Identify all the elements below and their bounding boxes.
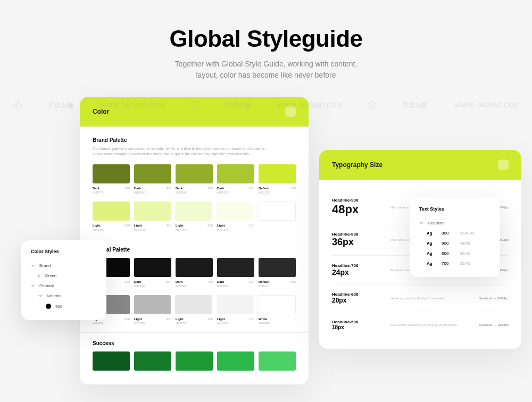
text-style-row[interactable]: Ag90048/58	[419, 238, 491, 248]
text-styles-popup: Text Styles Headline Ag90070/AutoAg90048…	[410, 198, 500, 277]
hero: Global Styleguide Together with Global S…	[0, 0, 532, 97]
popup-title: Color Styles	[31, 249, 97, 254]
card-header: Color	[80, 97, 309, 127]
color-swatch[interactable]	[93, 164, 130, 183]
popup-title: Text Styles	[419, 206, 491, 212]
color-swatch[interactable]	[134, 351, 171, 371]
caret-icon	[38, 295, 43, 297]
tree-item[interactable]: Green	[31, 271, 97, 281]
tree-item[interactable]: Brand	[31, 261, 97, 271]
logo-icon	[498, 160, 509, 170]
color-swatch[interactable]	[176, 164, 213, 183]
section-title: Success	[93, 340, 296, 346]
page-subtitle: Together with Global Style Guide, workin…	[11, 58, 521, 81]
text-style-row[interactable]: Ag80036/46	[419, 248, 491, 258]
swatch-label: Dark600	[217, 187, 254, 190]
tree-item[interactable]: Primary	[31, 281, 97, 291]
swatch-label: Dark900	[93, 187, 130, 190]
swatch-label: Light300	[134, 224, 171, 227]
color-swatch[interactable]	[217, 164, 254, 183]
color-styles-popup: Color Styles BrandGreenPrimaryNeutral900	[21, 240, 106, 320]
tree-item[interactable]: 900	[31, 301, 97, 312]
color-card: Color Brand Palette Our brands palette i…	[80, 97, 309, 384]
caret-icon	[31, 265, 35, 267]
swatch-label: Default500	[259, 187, 296, 190]
color-swatch[interactable]	[134, 295, 171, 314]
swatch-label: Dark800	[134, 187, 171, 190]
tree-item[interactable]: Headline	[419, 218, 491, 228]
section-desc: Our brands palette is comprised of neutr…	[93, 146, 273, 157]
text-style-row[interactable]: Ag90070/Auto	[419, 228, 491, 238]
color-swatch[interactable]	[259, 351, 296, 371]
swatch-label: Dark700	[176, 280, 213, 283]
swatch-label: Light100	[217, 317, 254, 321]
color-swatch[interactable]	[259, 164, 296, 183]
swatch-label: Dark700	[176, 187, 213, 190]
swatch-label: Dark600	[217, 280, 254, 283]
typography-row: Headline-50018pxSub-section headings and…	[332, 312, 509, 338]
swatch-label	[259, 224, 296, 227]
swatch-label: Default500	[259, 280, 296, 283]
color-swatch[interactable]	[134, 258, 171, 277]
logo-icon	[285, 106, 296, 117]
card-title: Color	[93, 108, 109, 115]
text-style-row[interactable]: Ag70030/45	[419, 258, 491, 269]
swatch-label: Light400	[93, 224, 130, 227]
color-swatch[interactable]	[259, 258, 296, 277]
color-swatch[interactable]	[176, 258, 213, 277]
color-swatch[interactable]	[217, 202, 254, 221]
color-swatch[interactable]	[217, 258, 254, 277]
caret-icon	[31, 285, 35, 287]
page-title: Global Styleguide	[11, 26, 521, 52]
color-swatch[interactable]	[257, 202, 296, 221]
section-title: Brand Palette	[93, 137, 296, 143]
swatch-label: Light300	[134, 317, 171, 321]
color-swatch[interactable]	[134, 202, 171, 221]
color-dot-icon	[46, 304, 51, 309]
color-swatch[interactable]	[134, 164, 171, 183]
color-swatch[interactable]	[175, 295, 212, 314]
color-swatch[interactable]	[176, 351, 213, 371]
color-swatch[interactable]	[93, 351, 130, 371]
typography-row: Headline-60020pxHeadings that identify k…	[332, 284, 509, 312]
card-title: Typography Size	[332, 161, 383, 169]
color-swatch[interactable]	[217, 351, 254, 371]
color-swatch[interactable]	[217, 295, 254, 314]
tree-item[interactable]: Neutral	[31, 291, 97, 301]
card-header: Typography Size	[319, 150, 521, 180]
color-swatch[interactable]	[175, 202, 212, 221]
swatch-label: Light100	[217, 224, 254, 227]
color-swatch[interactable]	[93, 202, 130, 221]
color-swatch[interactable]	[257, 295, 296, 314]
caret-icon	[38, 274, 40, 278]
swatch-label: White	[259, 317, 296, 321]
swatch-label: Light200	[176, 317, 213, 321]
swatch-label: Dark800	[134, 280, 171, 283]
section-title: Neutral Palette	[93, 247, 296, 253]
swatch-label: Light200	[176, 224, 213, 227]
